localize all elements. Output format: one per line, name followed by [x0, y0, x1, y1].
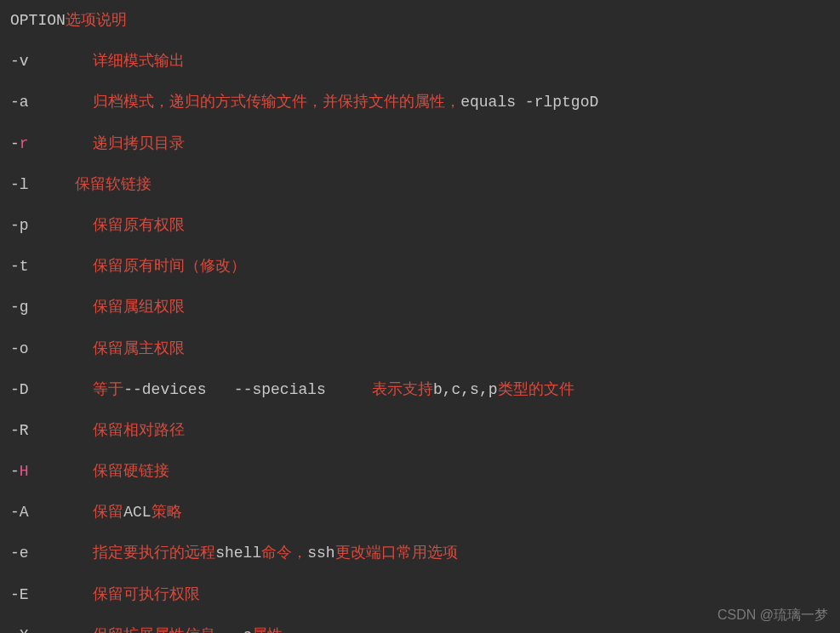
text-segment: 保留属组权限 — [93, 299, 185, 316]
text-segment: equals -rlptgoD — [460, 94, 598, 111]
text-segment: 保留属主权限 — [93, 340, 185, 357]
text-segment: -t — [10, 258, 93, 275]
text-segment: 表示支持 — [372, 381, 433, 398]
option-line: -l 保留软链接 — [10, 174, 830, 196]
text-segment: 保留 — [93, 504, 123, 521]
text-segment: 选项说明 — [66, 12, 127, 29]
text-segment: ACL — [123, 504, 151, 521]
text-segment: a — [243, 627, 253, 633]
option-line: -o 保留属主权限 — [10, 339, 830, 360]
watermark: CSDN @琉璃一梦 — [717, 606, 828, 624]
option-line: -D 等于--devices --specials 表示支持b,c,s,p类型的… — [10, 379, 830, 401]
text-segment: -A — [10, 504, 93, 521]
option-line: -p 保留原有权限 — [10, 215, 830, 237]
text-segment: -R — [10, 422, 93, 439]
text-segment: b,c,s,p — [433, 381, 498, 398]
text-segment: shell — [215, 545, 261, 562]
text-segment: OPTION — [10, 12, 66, 29]
text-segment: -a — [10, 94, 93, 111]
text-segment: H — [20, 463, 29, 480]
text-segment: 保留软链接 — [75, 176, 151, 193]
text-segment: 属性 — [252, 627, 283, 633]
option-line: OPTION选项说明 — [10, 10, 830, 31]
option-line: -v 详细模式输出 — [10, 51, 830, 72]
option-line: -t 保留原有时间（修改） — [10, 256, 830, 277]
text-segment: 保留原有时间（修改） — [93, 258, 246, 275]
option-line: -e 指定要执行的远程shell命令，ssh更改端口常用选项 — [10, 543, 830, 564]
text-segment: 指定要执行的远程 — [93, 545, 215, 562]
text-segment: 详细模式输出 — [93, 53, 185, 70]
text-segment: -e — [10, 545, 93, 562]
text-segment: --devices --specials — [123, 381, 372, 398]
text-segment: -g — [10, 299, 93, 316]
option-line: -A 保留ACL策略 — [10, 502, 830, 523]
text-segment: -E — [10, 586, 93, 603]
text-segment: - — [10, 135, 20, 152]
text-segment: 归档模式，递归的方式传输文件，并保持文件的属性， — [93, 94, 460, 111]
text-segment: 类型的文件 — [498, 381, 574, 398]
text-segment: - — [10, 463, 20, 480]
text-segment: -X — [10, 627, 93, 633]
option-line: -a 归档模式，递归的方式传输文件，并保持文件的属性，equals -rlptg… — [10, 92, 830, 113]
option-list: OPTION选项说明-v 详细模式输出-a 归档模式，递归的方式传输文件，并保持… — [10, 10, 830, 633]
text-segment: 命令， — [261, 545, 307, 562]
option-line: -X 保留扩展属性信息 a属性 — [10, 625, 830, 633]
text-segment: 更改端口常用选项 — [335, 545, 458, 562]
text-segment: 保留硬链接 — [93, 463, 169, 480]
option-line: -H 保留硬链接 — [10, 461, 830, 482]
text-segment: -o — [10, 340, 93, 357]
text-segment: -v — [10, 53, 93, 70]
text-segment: 保留扩展属性信息 — [93, 627, 243, 633]
option-line: -E 保留可执行权限 — [10, 585, 830, 606]
option-line: -R 保留相对路径 — [10, 420, 830, 442]
text-segment: 保留相对路径 — [93, 422, 185, 439]
text-segment: 递归拷贝目录 — [93, 135, 185, 152]
text-segment: 等于 — [93, 381, 123, 398]
option-line: -r 递归拷贝目录 — [10, 134, 830, 155]
text-segment: -p — [10, 217, 93, 234]
text-segment: 策略 — [151, 504, 182, 521]
text-segment — [29, 135, 94, 152]
text-segment: -l — [10, 176, 75, 193]
option-line: -g 保留属组权限 — [10, 297, 830, 318]
text-segment: 保留原有权限 — [93, 217, 185, 234]
text-segment: 保留可执行权限 — [93, 586, 200, 603]
text-segment: -D — [10, 381, 93, 398]
text-segment — [29, 463, 94, 480]
text-segment: ssh — [307, 545, 334, 562]
text-segment: r — [20, 135, 29, 152]
